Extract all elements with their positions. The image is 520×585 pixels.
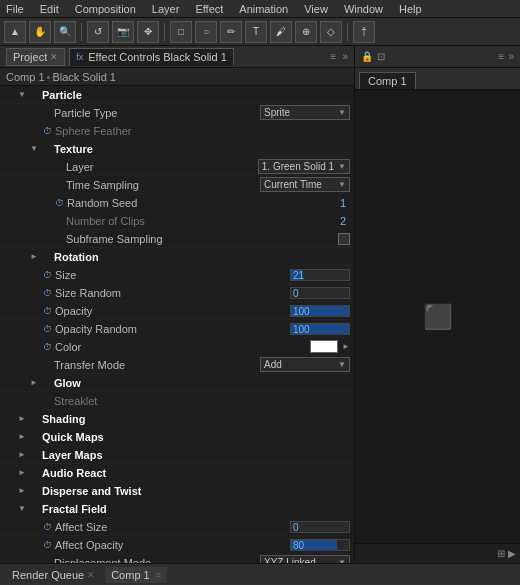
prop-toggle-20[interactable]: ►	[16, 449, 28, 461]
prop-toggle-21[interactable]: ►	[16, 467, 28, 479]
prop-row-19: ►Quick Maps	[0, 428, 354, 446]
prop-toggle-22[interactable]: ►	[16, 485, 28, 497]
stopwatch-icon-14[interactable]: ⏱	[40, 340, 54, 354]
camera-tool[interactable]: 📷	[112, 21, 134, 43]
dropdown-label-1: Sprite	[264, 107, 290, 118]
rotate-tool[interactable]: ↺	[87, 21, 109, 43]
prop-bar-value-13[interactable]: 100	[293, 324, 310, 336]
clone-tool[interactable]: ⊕	[295, 21, 317, 43]
menu-layer[interactable]: Layer	[150, 3, 182, 15]
comp-settings-icon[interactable]: ⊞	[497, 548, 505, 559]
ellipse-tool[interactable]: ○	[195, 21, 217, 43]
prop-dropdown-1[interactable]: Sprite▼	[260, 105, 350, 120]
prop-toggle-7	[40, 215, 52, 227]
prop-row-11: ⏱Size Random0	[0, 284, 354, 302]
prop-name-3: Texture	[54, 143, 354, 155]
pen-tool[interactable]: ✏	[220, 21, 242, 43]
prop-toggle-18[interactable]: ►	[16, 413, 28, 425]
panel-expand-button[interactable]: »	[342, 51, 348, 62]
dropdown-arrow-26: ▼	[338, 558, 346, 563]
prop-name-22: Disperse and Twist	[42, 485, 354, 497]
prop-bar-value-10[interactable]: 21	[293, 270, 304, 282]
prop-row-6: ⏱Random Seed1	[0, 194, 354, 212]
panel-menu-button[interactable]: ≡	[331, 51, 337, 62]
properties-panel: ▼ParticleParticle TypeSprite▼⏱Sphere Fea…	[0, 86, 354, 563]
prop-name-8: Subframe Sampling	[66, 233, 338, 245]
prop-dropdown-4[interactable]: 1. Green Solid 1▼	[258, 159, 350, 174]
prop-name-4: Layer	[66, 161, 258, 173]
prop-name-26: Displacement Mode	[54, 557, 260, 564]
prop-toggle-9[interactable]: ►	[28, 251, 40, 263]
prop-toggle-23[interactable]: ▼	[16, 503, 28, 515]
zoom-tool[interactable]: 🔍	[54, 21, 76, 43]
prop-toggle-3[interactable]: ▼	[28, 143, 40, 155]
stopwatch-icon-12[interactable]: ⏱	[40, 304, 54, 318]
prop-dropdown-26[interactable]: XYZ Linked▼	[260, 555, 350, 563]
right-panel-expand[interactable]: ≡	[499, 51, 505, 62]
erase-tool[interactable]: ◇	[320, 21, 342, 43]
stopwatch-icon-10[interactable]: ⏱	[40, 268, 54, 282]
pan-tool[interactable]: ✥	[137, 21, 159, 43]
brush-tool[interactable]: 🖌	[270, 21, 292, 43]
prop-bar-wrap-24: 0	[290, 521, 350, 533]
project-tab-close[interactable]: ✕	[50, 52, 58, 62]
menu-file[interactable]: File	[4, 3, 26, 15]
menu-effect[interactable]: Effect	[193, 3, 225, 15]
prop-row-5: Time SamplingCurrent Time▼	[0, 176, 354, 194]
right-panel-header: 🔒 ⊡ ≡ »	[355, 46, 520, 68]
prop-toggle-11	[28, 287, 40, 299]
dropdown-label-15: Add	[264, 359, 282, 370]
project-tab[interactable]: Project ✕	[6, 48, 65, 66]
text-tool[interactable]: T	[245, 21, 267, 43]
prop-toggle-19[interactable]: ►	[16, 431, 28, 443]
effect-controls-tab[interactable]: fx Effect Controls Black Solid 1	[69, 48, 234, 66]
prop-name-10: Size	[55, 269, 290, 281]
prop-name-24: Affect Size	[55, 521, 290, 533]
menu-animation[interactable]: Animation	[237, 3, 290, 15]
prop-dropdown-5[interactable]: Current Time▼	[260, 177, 350, 192]
stopwatch-icon-2[interactable]: ⏱	[40, 124, 54, 138]
prop-name-17: Streaklet	[54, 395, 354, 407]
right-panel: 🔒 ⊡ ≡ » Comp 1 ⬛ ⊞ ▶	[355, 46, 520, 563]
stopwatch-icon-24[interactable]: ⏱	[40, 520, 54, 534]
breadcrumb-layer: Black Solid 1	[52, 71, 116, 83]
prop-toggle-0[interactable]: ▼	[16, 89, 28, 101]
right-panel-popout[interactable]: »	[508, 51, 514, 62]
comp1-bottom-tab[interactable]: Comp 1 ≡	[105, 567, 167, 583]
stopwatch-icon-13[interactable]: ⏱	[40, 322, 54, 336]
menu-bar: File Edit Composition Layer Effect Anima…	[0, 0, 520, 18]
prop-bar-value-25[interactable]: 80	[293, 540, 304, 552]
prop-bar-wrap-11: 0	[290, 287, 350, 299]
prop-value-6[interactable]: 1	[340, 197, 346, 209]
comp1-tab[interactable]: Comp 1	[359, 72, 416, 89]
menu-edit[interactable]: Edit	[38, 3, 61, 15]
render-queue-close[interactable]: ✕	[87, 570, 95, 580]
dropdown-arrow-5: ▼	[338, 180, 346, 189]
menu-view[interactable]: View	[302, 3, 330, 15]
select-tool[interactable]: ▲	[4, 21, 26, 43]
prop-checkbox-8[interactable]	[338, 233, 350, 245]
comp-render-icon[interactable]: ▶	[508, 548, 516, 559]
rect-tool[interactable]: □	[170, 21, 192, 43]
menu-help[interactable]: Help	[397, 3, 424, 15]
prop-name-6: Random Seed	[67, 197, 340, 209]
prop-bar-value-12[interactable]: 100	[293, 306, 310, 318]
prop-name-25: Affect Opacity	[55, 539, 290, 551]
prop-bar-value-24[interactable]: 0	[293, 522, 299, 534]
prop-bar-value-11[interactable]: 0	[293, 288, 299, 300]
color-swatch-14[interactable]	[310, 340, 338, 353]
puppet-tool[interactable]: †	[353, 21, 375, 43]
hand-tool[interactable]: ✋	[29, 21, 51, 43]
prop-name-14: Color	[55, 341, 310, 353]
prop-value-7[interactable]: 2	[340, 215, 346, 227]
menu-window[interactable]: Window	[342, 3, 385, 15]
stopwatch-icon-6[interactable]: ⏱	[52, 196, 66, 210]
prop-toggle-16[interactable]: ►	[28, 377, 40, 389]
menu-composition[interactable]: Composition	[73, 3, 138, 15]
prop-row-25: ⏱Affect Opacity80	[0, 536, 354, 554]
render-queue-tab[interactable]: Render Queue ✕	[6, 567, 101, 583]
stopwatch-icon-25[interactable]: ⏱	[40, 538, 54, 552]
comp1-bottom-label: Comp 1	[111, 569, 150, 581]
stopwatch-icon-11[interactable]: ⏱	[40, 286, 54, 300]
prop-dropdown-15[interactable]: Add▼	[260, 357, 350, 372]
